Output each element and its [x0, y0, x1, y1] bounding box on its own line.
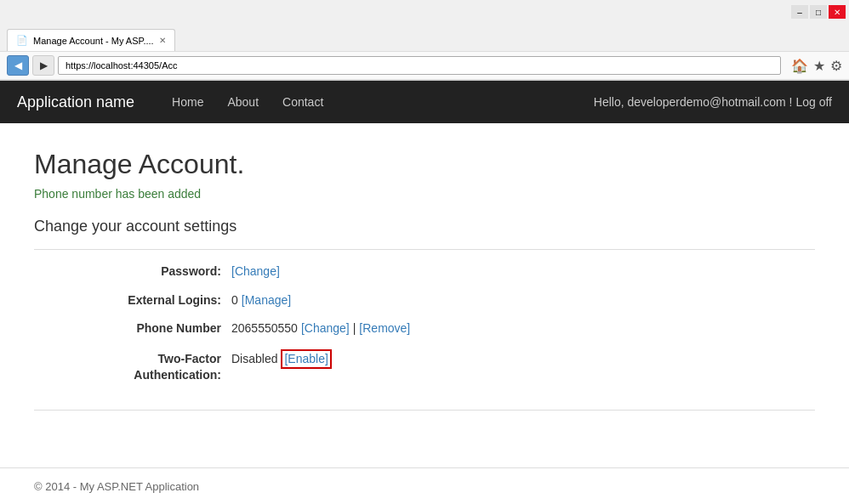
gear-icon[interactable]: ⚙	[830, 58, 842, 74]
change-phone-link[interactable]: [Change]	[301, 320, 350, 337]
two-factor-row: Two-Factor Authentication: Disabled [Ena…	[68, 349, 815, 384]
nav-link-home[interactable]: Home	[160, 83, 215, 121]
back-button[interactable]: ◀	[7, 55, 29, 76]
nav-logoff-link[interactable]: Log off	[795, 95, 832, 109]
external-logins-count: 0	[231, 292, 238, 309]
password-label: Password:	[68, 263, 221, 280]
forward-button[interactable]: ▶	[32, 55, 54, 76]
two-factor-status: Disabled	[231, 351, 277, 368]
phone-number-row: Phone Number 2065550550 [Change] | [Remo…	[68, 320, 815, 337]
phone-number-label: Phone Number	[68, 320, 221, 337]
top-divider	[34, 249, 815, 250]
browser-tab[interactable]: 📄 Manage Account - My ASP.... ✕	[7, 29, 175, 51]
section-title: Change your account settings	[34, 218, 815, 235]
nav-links: Home About Contact	[160, 83, 594, 121]
address-input[interactable]	[58, 56, 781, 75]
password-row: Password: [Change]	[68, 263, 815, 280]
tab-close-button[interactable]: ✕	[159, 36, 166, 45]
minimize-button[interactable]: –	[791, 5, 808, 19]
tab-label: Manage Account - My ASP....	[33, 36, 154, 46]
page-title: Manage Account.	[34, 149, 815, 180]
two-factor-value: Disabled [Enable]	[231, 349, 332, 370]
remove-phone-link[interactable]: [Remove]	[359, 320, 410, 337]
nav-link-about[interactable]: About	[215, 83, 271, 121]
maximize-button[interactable]: □	[810, 5, 827, 19]
external-logins-label: External Logins:	[68, 292, 221, 309]
enable-2fa-link[interactable]: [Enable]	[281, 349, 331, 370]
address-bar: ◀ ▶ 🏠 ★ ⚙	[0, 51, 849, 80]
nav-right: Hello, developerdemo@hotmail.com ! Log o…	[594, 95, 832, 109]
footer: © 2014 - My ASP.NET Application	[0, 467, 849, 504]
app-name: Application name	[17, 93, 134, 111]
tab-favicon: 📄	[16, 35, 28, 46]
external-logins-value: 0 [Manage]	[231, 292, 291, 309]
app-navbar: Application name Home About Contact Hell…	[0, 81, 849, 123]
nav-user-greeting: Hello, developerdemo@hotmail.com !	[594, 95, 793, 109]
phone-number-text: 2065550550	[231, 320, 298, 337]
star-icon[interactable]: ★	[813, 58, 825, 74]
external-logins-row: External Logins: 0 [Manage]	[68, 292, 815, 309]
title-bar: – □ ✕	[0, 0, 849, 24]
phone-separator: |	[353, 320, 356, 337]
bottom-divider	[34, 410, 815, 411]
tab-bar: 📄 Manage Account - My ASP.... ✕	[0, 24, 849, 51]
main-content: Manage Account. Phone number has been ad…	[0, 123, 849, 450]
close-button[interactable]: ✕	[829, 5, 846, 19]
phone-number-value: 2065550550 [Change] | [Remove]	[231, 320, 410, 337]
manage-logins-link[interactable]: [Manage]	[242, 292, 291, 309]
home-icon[interactable]: 🏠	[791, 58, 808, 74]
success-message: Phone number has been added	[34, 187, 815, 201]
two-factor-label: Two-Factor Authentication:	[68, 351, 221, 384]
footer-text: © 2014 - My ASP.NET Application	[34, 480, 199, 493]
password-value: [Change]	[231, 263, 280, 280]
settings-table: Password: [Change] External Logins: 0 [M…	[68, 263, 815, 384]
nav-link-contact[interactable]: Contact	[271, 83, 335, 121]
browser-chrome: – □ ✕ 📄 Manage Account - My ASP.... ✕ ◀ …	[0, 0, 849, 81]
change-password-link[interactable]: [Change]	[231, 263, 280, 280]
